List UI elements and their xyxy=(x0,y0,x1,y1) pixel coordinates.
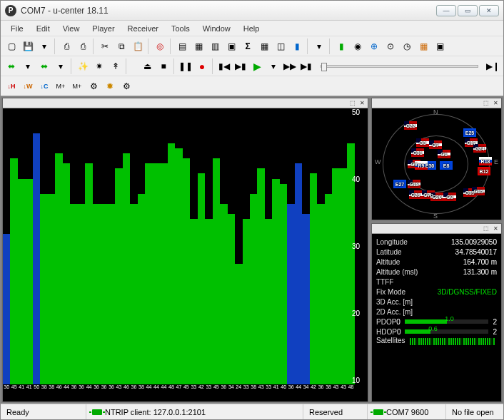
save-icon[interactable]: 💾 xyxy=(20,39,36,54)
signal-bar xyxy=(153,163,160,384)
signal-bar xyxy=(302,214,309,384)
stop-icon[interactable]: ■ xyxy=(156,58,171,74)
packet-view-icon[interactable]: ▥ xyxy=(207,39,223,54)
connect-icon[interactable]: ⬌ xyxy=(4,58,19,74)
sat-level-icon[interactable]: ▮ xyxy=(333,39,349,54)
status-ntrip: NTRIP client: 127.0.0.1:2101 xyxy=(86,404,303,419)
menu-help[interactable]: Help xyxy=(238,23,266,34)
sat-marker: B12 xyxy=(478,167,490,175)
skip-last-icon[interactable]: ▶❙ xyxy=(485,58,500,74)
menu-tools[interactable]: Tools xyxy=(166,23,196,34)
print-preview-icon[interactable]: ⎙ xyxy=(75,39,91,54)
dropdown-icon[interactable]: ▾ xyxy=(36,39,52,54)
menu-view[interactable]: View xyxy=(57,23,86,34)
longitude-label: Longitude xyxy=(376,238,408,246)
target-icon[interactable]: ◎ xyxy=(152,39,168,54)
info-panel: ⬚ ✕ Longitude135.00929050 Latitude34.785… xyxy=(371,223,502,402)
warmstart-icon[interactable]: ↓W xyxy=(20,78,36,94)
close-button[interactable]: ✕ xyxy=(479,5,499,16)
minimize-button[interactable]: — xyxy=(436,5,456,16)
play-icon[interactable]: ▶ xyxy=(249,58,265,74)
signal-bar xyxy=(123,153,130,384)
cut-icon[interactable]: ✂ xyxy=(97,39,113,54)
menu-receiver[interactable]: Receiver xyxy=(122,23,164,34)
signal-bar xyxy=(115,168,122,384)
chart-view-icon[interactable]: ◫ xyxy=(273,39,288,54)
signal-bar xyxy=(40,194,47,384)
sat-marker: G3 xyxy=(416,138,429,147)
dropdown-play-icon[interactable]: ▾ xyxy=(266,58,281,74)
chip-icon[interactable]: ▣ xyxy=(432,39,448,54)
latitude-value: 34.78540017 xyxy=(455,248,497,256)
eject-icon[interactable]: ⏏ xyxy=(139,58,155,74)
menu-edit[interactable]: Edit xyxy=(31,23,56,34)
signal-chart: 50 40 30 20 10 3045414150383846443636443… xyxy=(3,108,368,401)
signal-bar xyxy=(243,219,250,384)
dropdown-2-icon[interactable]: ▾ xyxy=(311,39,327,54)
panel-close-icon[interactable]: ✕ xyxy=(358,100,366,107)
step-back-icon[interactable]: ▮◀ xyxy=(216,58,232,74)
sat-marker: E27 xyxy=(393,180,406,188)
playback-slider[interactable] xyxy=(321,65,478,68)
baud-dropdown-icon[interactable]: ▾ xyxy=(53,58,69,74)
maximize-button[interactable]: ▭ xyxy=(458,5,478,16)
table-view-icon[interactable]: ▦ xyxy=(256,39,272,54)
copy-icon[interactable]: ⧉ xyxy=(114,39,129,54)
acc3d-label: 3D Acc. [m] xyxy=(376,298,413,306)
satellites-strip xyxy=(410,338,497,345)
sat-sky-icon[interactable]: ◉ xyxy=(350,39,366,54)
binary-view-icon[interactable]: ▣ xyxy=(223,39,239,54)
panel-close-icon[interactable]: ✕ xyxy=(492,100,499,107)
ntrip-connected-icon xyxy=(92,409,102,415)
new-icon[interactable]: ▢ xyxy=(4,39,19,54)
gear-save-icon[interactable]: ⚙ xyxy=(119,78,134,94)
menu-player[interactable]: Player xyxy=(86,23,120,34)
baud-icon[interactable]: ⬌ xyxy=(36,58,52,74)
gear-sun-icon[interactable]: ✹ xyxy=(102,78,118,94)
menu-window[interactable]: Window xyxy=(197,23,236,34)
hotstart-icon[interactable]: ↓H xyxy=(4,78,19,94)
longitude-value: 135.00929050 xyxy=(451,238,497,246)
sat-marker: G24 xyxy=(473,144,486,153)
panel-pin-icon[interactable]: ⬚ xyxy=(483,225,490,232)
aiding-plus-icon[interactable]: M+ xyxy=(53,78,69,94)
panel-pin-icon[interactable]: ⬚ xyxy=(349,100,356,107)
msg-view-icon[interactable]: ▤ xyxy=(174,39,190,54)
window-title: COM7 - u-center 18.11 xyxy=(21,6,436,16)
paste-icon[interactable]: 📋 xyxy=(130,39,146,54)
text-view-icon[interactable]: ▦ xyxy=(191,39,206,54)
stats-view-icon[interactable]: Σ xyxy=(240,39,256,54)
acc2d-label: 2D Acc. [m] xyxy=(376,308,413,316)
compass-icon[interactable]: ⊙ xyxy=(383,39,398,54)
signal-panel: ⬚ ✕ 50 40 30 20 10 304541415038384644363… xyxy=(2,98,368,402)
record-icon[interactable]: ● xyxy=(194,58,210,74)
histogram-icon[interactable]: ▮ xyxy=(289,39,305,54)
content-area: ⬚ ✕ 50 40 30 20 10 304541415038384644363… xyxy=(1,96,503,404)
wand-icon[interactable]: ✨ xyxy=(75,58,91,74)
world-icon[interactable]: ⊕ xyxy=(366,39,382,54)
antenna-icon[interactable]: ↟ xyxy=(108,58,124,74)
signal-bar xyxy=(145,163,152,384)
frame-fwd-icon[interactable]: ▶▮ xyxy=(233,58,248,74)
skip-end-icon[interactable]: ▶▮ xyxy=(298,58,314,74)
signal-bar xyxy=(70,204,77,384)
print-icon[interactable]: ⎙ xyxy=(59,39,74,54)
connect-dropdown-icon[interactable]: ▾ xyxy=(20,58,36,74)
pause-icon[interactable]: ❚❚ xyxy=(178,58,193,74)
panel-pin-icon[interactable]: ⬚ xyxy=(483,100,490,107)
bug-icon[interactable]: ✷ xyxy=(91,58,107,74)
coldstart-icon[interactable]: ↓C xyxy=(36,78,52,94)
x-axis: 3045414150383846443636443636364346363844… xyxy=(3,384,355,401)
gear-icon[interactable]: ⚙ xyxy=(86,78,101,94)
clock-icon[interactable]: ◷ xyxy=(399,39,415,54)
panel-close-icon[interactable]: ✕ xyxy=(492,225,499,232)
app-window: P COM7 - u-center 18.11 — ▭ ✕ File Edit … xyxy=(0,0,504,420)
signal-bar xyxy=(325,194,332,384)
statusbar: Ready NTRIP client: 127.0.0.1:2101 Reser… xyxy=(1,404,503,419)
menu-file[interactable]: File xyxy=(5,23,29,34)
ffwd-icon[interactable]: ▶▶ xyxy=(282,58,298,74)
satellites-label: Satellites xyxy=(376,337,405,344)
grid-icon[interactable]: ▦ xyxy=(415,39,431,54)
sat-marker: G22 xyxy=(404,121,417,130)
aiding-plus2-icon[interactable]: M+ xyxy=(69,78,85,94)
